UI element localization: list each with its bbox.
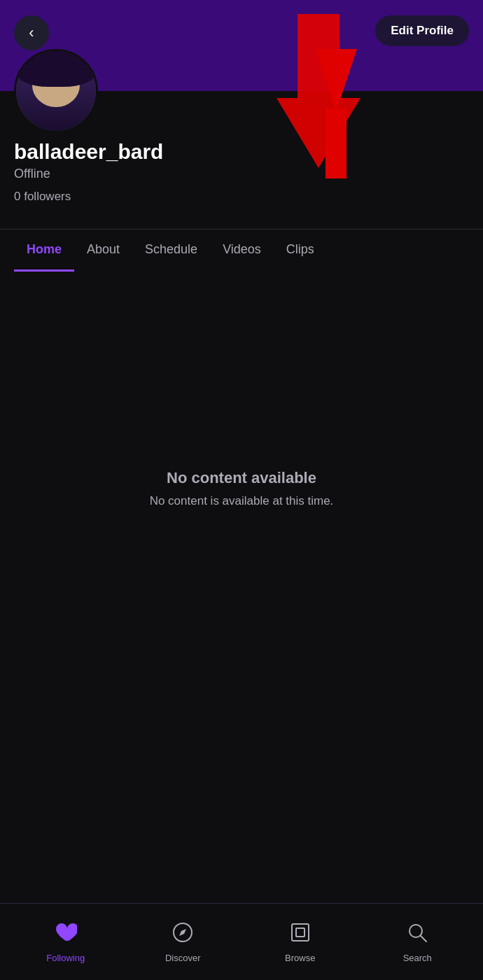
tab-videos[interactable]: Videos	[210, 230, 274, 272]
nav-item-following[interactable]: Following	[7, 921, 125, 963]
nav-item-search[interactable]: Search	[359, 921, 477, 963]
svg-rect-5	[292, 924, 309, 941]
profile-section: balladeer_bard Offline 0 followers	[0, 91, 483, 229]
browse-svg	[289, 921, 312, 944]
avatar	[14, 49, 98, 133]
nav-item-browse[interactable]: Browse	[241, 921, 359, 963]
nav-item-discover[interactable]: Discover	[125, 921, 242, 963]
back-button[interactable]: ‹	[14, 15, 49, 50]
tab-clips[interactable]: Clips	[274, 230, 327, 272]
avatar-image	[16, 51, 96, 131]
tabs-container: Home About Schedule Videos Clips	[0, 229, 483, 272]
svg-marker-4	[179, 929, 186, 936]
back-icon: ‹	[29, 24, 34, 42]
svg-line-8	[421, 936, 426, 941]
bottom-nav: Following Discover Browse Search	[0, 903, 483, 980]
tab-schedule[interactable]: Schedule	[132, 230, 210, 272]
search-icon	[406, 921, 428, 948]
empty-subtitle: No content is available at this time.	[150, 494, 334, 508]
discover-label: Discover	[165, 953, 201, 963]
compass-svg	[172, 921, 194, 944]
following-label: Following	[46, 953, 85, 963]
following-icon	[55, 921, 77, 948]
followers-count: 0 followers	[14, 190, 469, 204]
tab-about[interactable]: About	[74, 230, 132, 272]
heart-svg	[55, 921, 77, 944]
tab-home[interactable]: Home	[14, 230, 74, 272]
search-label: Search	[403, 953, 432, 963]
discover-icon	[172, 921, 194, 948]
empty-title: No content available	[167, 469, 316, 487]
browse-icon	[289, 921, 312, 948]
status-badge: Offline	[14, 167, 469, 181]
search-svg	[406, 921, 428, 944]
browse-label: Browse	[285, 953, 315, 963]
edit-profile-button[interactable]: Edit Profile	[375, 15, 469, 46]
content-area: No content available No content is avail…	[0, 272, 483, 706]
username: balladeer_bard	[14, 140, 469, 164]
svg-rect-6	[296, 928, 304, 937]
